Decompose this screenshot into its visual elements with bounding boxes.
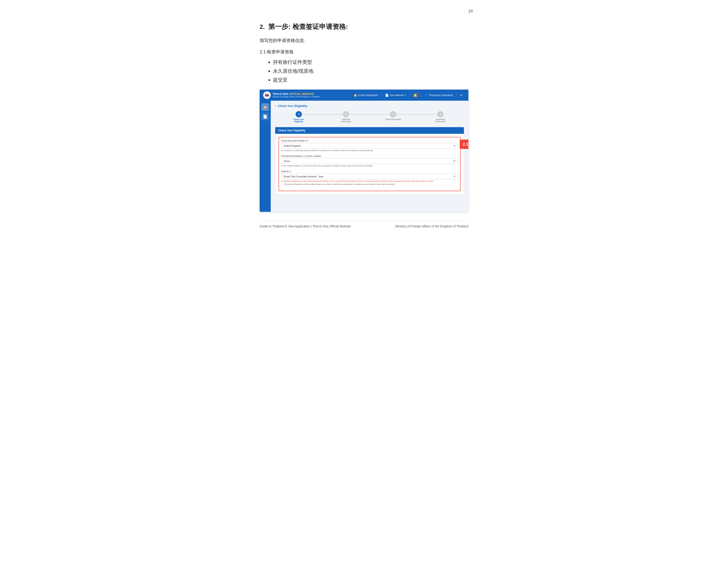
section-title: 第一步: 检查签证申请资格: — [268, 22, 348, 31]
badge-21: 2.1 — [460, 140, 468, 149]
sidebar-doc-icon[interactable]: 📄 — [261, 113, 269, 120]
required-star: * — [308, 140, 309, 142]
nav-user-account[interactable]: 👤 Thai Evisa (Individual) — [422, 93, 455, 98]
page-wrapper: 24 2. 第一步: 检查签证申请资格: 填写您的申请资格信息. 2.1 检查申… — [242, 0, 486, 246]
step-circle-4: 4 — [437, 111, 444, 117]
evisa-card-body: 2.1 Travel Document Holder of * United K… — [275, 134, 464, 194]
nav-divider — [410, 93, 410, 97]
evisa-steps: 1 Check Your Eligibility 2 Applicant Inf… — [275, 111, 464, 123]
nav-divider — [456, 93, 457, 97]
page-footer: Guide to Thailand E-Visa Application | T… — [260, 221, 468, 228]
required-star-3: * — [291, 170, 292, 173]
footer-left: Guide to Thailand E-Visa Application | T… — [260, 224, 351, 228]
evisa-brand: 🇹🇭 THAI E-VISA OFFICIAL WEBSITE Ministry… — [263, 91, 319, 99]
step-3: 3 Travel Information — [370, 111, 417, 120]
submit-hint-1: ℹ If applicant applies for a visa at the… — [281, 180, 458, 182]
travel-doc-hint: ℹ A country or a nationality may be refe… — [281, 149, 458, 152]
page-title: Check Your Eligibility — [278, 104, 307, 108]
step-label-3: Travel Information — [385, 118, 401, 120]
nav-dashboard[interactable]: 🏠 E-Visa Dashboard — [351, 93, 380, 98]
evisa-logo: 🇹🇭 — [263, 91, 271, 99]
nav-user-manual[interactable]: 📄 User Manual ∨ — [383, 93, 408, 98]
step-label-4: Supporting Documents — [432, 118, 449, 123]
form-group-submit: Submit to * Royal Thai Consulate-General… — [281, 170, 458, 185]
nav-divider — [381, 93, 382, 97]
info-icon-3: ℹ — [281, 180, 282, 182]
info-icon-2: ℹ — [281, 165, 282, 167]
evisa-nav-links: 🏠 E-Visa Dashboard 📄 User Manual ∨ 🔔 👤 — [351, 92, 465, 98]
travel-doc-select[interactable]: United Kingdom — [281, 143, 458, 149]
sub-heading: 2.1 检查申请资格 — [260, 49, 468, 55]
evisa-brand-subtitle: Ministry of Foreign Affairs of the Kingd… — [273, 96, 319, 98]
notification-button[interactable]: 🔔 — [411, 92, 419, 98]
residency-select[interactable]: China — [281, 158, 458, 164]
screenshot-container: 🇹🇭 THAI E-VISA OFFICIAL WEBSITE Ministry… — [260, 90, 468, 212]
evisa-card-header: Check Your Eligibility — [275, 127, 464, 134]
evisa-brand-text: THAI E-VISA OFFICIAL WEBSITE Ministry of… — [273, 92, 319, 98]
info-icon: ℹ — [281, 149, 282, 152]
logout-icon: ↩ — [460, 94, 463, 97]
submit-hint-2: (Permanent Residency is the resident sta… — [284, 183, 458, 185]
back-arrow-icon[interactable]: ‹ — [275, 104, 276, 108]
nav-logout[interactable]: ↩ — [458, 93, 465, 98]
list-item: 提交至 — [273, 77, 468, 83]
list-item: 持有旅行证件类型 — [273, 59, 468, 66]
page-number: 24 — [468, 9, 473, 14]
intro-text: 填写您的申请资格信息. — [260, 38, 468, 44]
step-4: 4 Supporting Documents — [417, 111, 464, 123]
evisa-sidebar: 🏠 📄 — [260, 101, 271, 212]
footer-right: Ministry of Foreign Affairs of the Kingd… — [395, 224, 468, 228]
bullet-list: 持有旅行证件类型 永久居住地/现居地 提交至 — [273, 59, 468, 83]
evisa-highlight-box: 2.1 Travel Document Holder of * United K… — [278, 137, 461, 191]
section-heading: 2. 第一步: 检查签证申请资格: — [260, 22, 468, 31]
home-icon: 🏠 — [354, 94, 357, 97]
step-circle-2: 2 — [343, 111, 349, 117]
form-label-residency: Permanent Residency / Current Location — [281, 155, 458, 157]
step-label-1: Check Your Eligibility — [290, 118, 308, 123]
user-icon: 👤 — [424, 94, 428, 97]
step-circle-1: 1 — [296, 111, 302, 117]
step-1: 1 Check Your Eligibility — [275, 111, 322, 123]
form-label-travel-doc: Travel Document Holder of * — [281, 140, 458, 142]
step-label-2: Applicant Information — [337, 118, 355, 123]
form-label-submit: Submit to * — [281, 170, 458, 173]
manual-icon: 📄 — [385, 94, 389, 97]
step-circle-3: 3 — [390, 111, 396, 117]
evisa-navbar: 🇹🇭 THAI E-VISA OFFICIAL WEBSITE Ministry… — [260, 90, 468, 101]
evisa-brand-title: THAI E-VISA OFFICIAL WEBSITE — [273, 92, 319, 96]
submit-to-select[interactable]: Royal Thai Consulate-General , Xian — [281, 173, 458, 179]
notification-dot — [417, 93, 418, 94]
form-group-travel-doc: Travel Document Holder of * United Kingd… — [281, 140, 458, 152]
residency-hint: ℹ Your resident status in a country of w… — [281, 165, 458, 167]
step-2: 2 Applicant Information — [322, 111, 370, 123]
section-number: 2. — [260, 23, 265, 30]
evisa-main: ‹ Check Your Eligibility 1 Check Your El… — [271, 101, 468, 212]
nav-divider — [421, 93, 421, 97]
sidebar-home-icon[interactable]: 🏠 — [261, 103, 269, 111]
evisa-body: 🏠 📄 ‹ Check Your Eligibility 1 Check Y — [260, 101, 468, 212]
list-item: 永久居住地/现居地 — [273, 68, 468, 74]
evisa-page-header: ‹ Check Your Eligibility — [275, 104, 464, 108]
form-group-residency: Permanent Residency / Current Location C… — [281, 155, 458, 167]
